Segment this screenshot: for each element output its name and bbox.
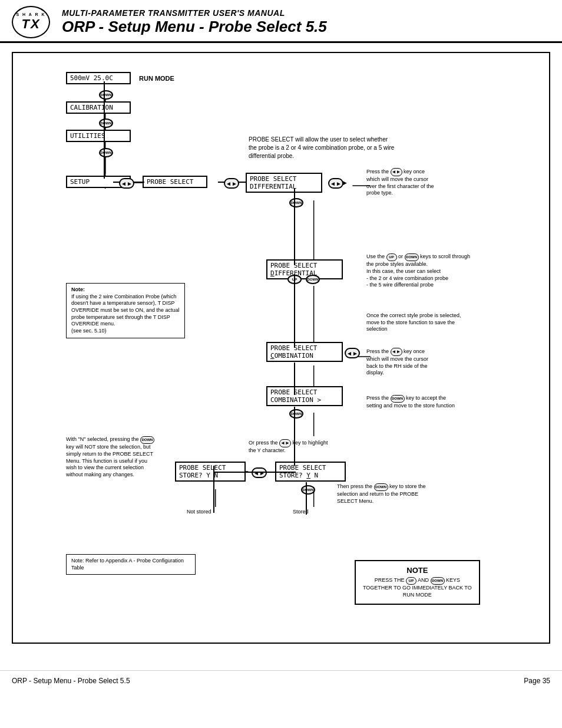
- ps-store1-line1: PROBE SELECT: [179, 464, 242, 472]
- desc-right-key-2: Press the ◄► key once which will move th…: [366, 348, 428, 377]
- horiz-line-to-ps: [134, 182, 144, 183]
- note-appendix-box: Note: Refer to Appendix A - Probe Config…: [66, 554, 196, 575]
- ps-comb2-line1: PROBE SELECT: [270, 388, 339, 396]
- probe-select-diff-line1: PROBE SELECT: [250, 175, 318, 183]
- footer-left: ORP - Setup Menu - Probe Select 5.5: [12, 677, 130, 685]
- ps-diff-cursor-line1: PROBE SELECT: [270, 262, 339, 269]
- shark-logo: S H A R K TX: [12, 6, 50, 38]
- probe-select-comb-2-box: PROBE SELECT COMBINATION >: [266, 386, 343, 406]
- page-footer: ORP - Setup Menu - Probe Select 5.5 Page…: [0, 670, 562, 691]
- btn-down-6[interactable]: DOWN: [289, 409, 303, 419]
- header-text: MULTI-PARAMETER TRANSMITTER USER'S MANUA…: [62, 8, 550, 36]
- btn-down-2[interactable]: DOWN: [99, 118, 113, 128]
- ps-comb1-line1: PROBE SELECT: [270, 344, 339, 352]
- vert-line-to-comb: [294, 274, 295, 348]
- logo-area: S H A R K TX: [12, 6, 50, 38]
- horiz-line-setup: [113, 182, 120, 183]
- probe-select-diff-box: PROBE SELECT DIFFERENTIAL: [246, 173, 322, 193]
- main-content: 500mV 25.0C RUN MODE DOWN CALIBRATION DO…: [0, 43, 562, 664]
- calibration-box: CALIBRATION: [66, 101, 131, 114]
- btn-right-3[interactable]: ◄►: [328, 178, 343, 189]
- header-subtitle: MULTI-PARAMETER TRANSMITTER USER'S MANUA…: [62, 8, 550, 18]
- arrow-indicator-1: ▶: [343, 178, 347, 186]
- note-title: NOTE: [363, 566, 472, 575]
- vert-line-diff-down: [294, 189, 295, 265]
- vert-line-to-store: [294, 407, 295, 466]
- ps-comb2-line2: COMBINATION >: [270, 396, 339, 404]
- lcd-run-mode: 500mV 25.0C: [66, 72, 131, 84]
- note-n-selected: With "N" selected, pressing the DOWN key…: [66, 436, 154, 479]
- desc-right-key-1: Press the ◄► key once which will move th…: [366, 168, 434, 197]
- vert-line-comb-down: [294, 363, 295, 395]
- btn-right-5[interactable]: ◄►: [252, 467, 267, 478]
- desc-then-press: Then press the DOWN key to store the sel…: [337, 483, 426, 505]
- vert-line-store-down: [306, 482, 307, 515]
- btn-down-4[interactable]: DOWN: [289, 197, 303, 207]
- probe-select-label-box: PROBE SELECT: [143, 176, 207, 188]
- not-stored-label: Not stored: [187, 507, 211, 516]
- probe-select-comb-1-box: PROBE SELECT COMBINATION: [266, 342, 343, 362]
- logo-shark-text: S H A R K: [16, 12, 45, 17]
- page-wrapper: S H A R K TX MULTI-PARAMETER TRANSMITTER…: [0, 0, 562, 691]
- page-header: S H A R K TX MULTI-PARAMETER TRANSMITTER…: [0, 0, 562, 43]
- utilities-box: UTILITIES: [66, 130, 131, 142]
- desc-down-key: Press the DOWN key to accept the setting…: [366, 395, 455, 410]
- ps-comb1-line2: COMBINATION: [270, 352, 339, 360]
- vert-line-store-left: [213, 466, 214, 513]
- note-box-bottom: NOTE PRESS THE UP AND DOWN KEYS TOGETHER…: [355, 560, 480, 605]
- horiz-line-store1: [213, 472, 296, 473]
- diagram-box: 500mV 25.0C RUN MODE DOWN CALIBRATION DO…: [12, 52, 550, 644]
- run-mode-label: RUN MODE: [139, 75, 174, 82]
- ps-store2-line1: PROBE SELECT: [279, 464, 342, 472]
- btn-down-3[interactable]: DOWN: [99, 147, 113, 157]
- probe-select-diff-line2: DIFFERENTIAL: [250, 183, 318, 190]
- horiz-line-store2: [266, 472, 277, 473]
- btn-right-1[interactable]: ◄►: [119, 178, 134, 189]
- desc-scroll: Use the UP or DOWN keys to scroll throug…: [366, 253, 470, 289]
- btn-right-4[interactable]: ◄►: [345, 348, 360, 358]
- btn-down-1[interactable]: DOWN: [99, 90, 113, 100]
- btn-right-2[interactable]: ◄►: [224, 178, 239, 189]
- vert-line-left: [104, 81, 105, 179]
- diagram-inner: 500mV 25.0C RUN MODE DOWN CALIBRATION DO…: [19, 59, 543, 637]
- btn-down-5[interactable]: DOWN: [306, 274, 320, 284]
- probe-select-diff-cursor-box: PROBE SELECT DIFFERENTIAL: [266, 259, 343, 279]
- desc-probe-select: PROBE SELECT will allow the user to sele…: [249, 136, 396, 160]
- footer-right: Page 35: [524, 677, 550, 685]
- run-mode-section: 500mV 25.0C RUN MODE: [66, 72, 174, 84]
- ps-diff-cursor-line2: DIFFERENTIAL: [270, 269, 339, 277]
- btn-down-7[interactable]: DOWN: [301, 485, 315, 495]
- note-combination: Note: If using the 2 wire Combination Pr…: [66, 283, 185, 338]
- logo-tx-text: TX: [21, 17, 40, 32]
- horiz-line-ps2: [218, 182, 225, 183]
- header-title: ORP - Setup Menu - Probe Select 5.5: [62, 18, 550, 36]
- desc-correct-style: Once the correct style probe is selected…: [366, 312, 461, 333]
- horiz-line-to-diff: [239, 182, 247, 183]
- desc-or-press: Or press the ◄► key to highlight the Y c…: [249, 439, 328, 454]
